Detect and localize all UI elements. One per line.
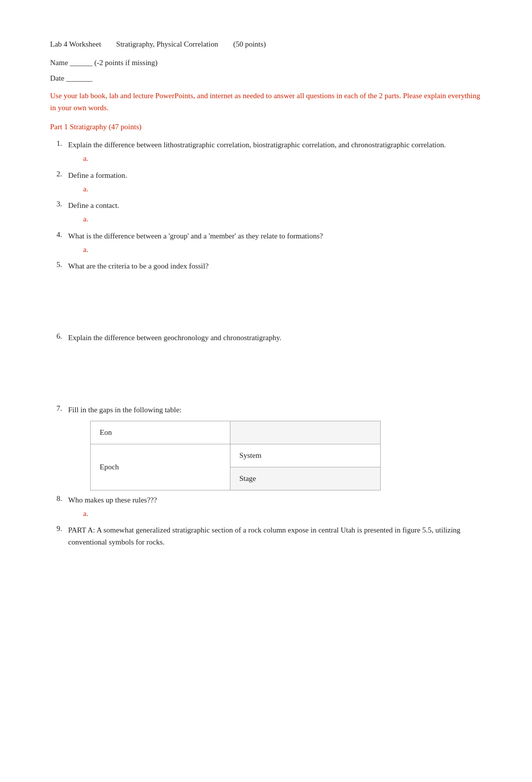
q7-text: Fill in the gaps in the following table: xyxy=(68,404,482,416)
q1-number: 1. xyxy=(50,139,64,148)
q3-answer: a. xyxy=(68,213,482,225)
q2-answer: a. xyxy=(68,183,482,195)
lab-subtitle: Stratigraphy, Physical Correlation xyxy=(116,40,218,49)
table-cell-system: System xyxy=(230,444,380,467)
q5-text: What are the criteria to be a good index… xyxy=(68,260,482,272)
question-7: 7. Fill in the gaps in the following tab… xyxy=(50,404,482,490)
table-cell-eon: Eon xyxy=(91,421,230,444)
fill-table-container: Eon Epoch System Stage xyxy=(90,421,381,490)
part1-heading: Part 1 Stratigraphy (47 points) xyxy=(50,123,482,131)
fill-table: Eon Epoch System Stage xyxy=(90,421,381,490)
questions-list: 1. Explain the difference between lithos… xyxy=(50,139,482,548)
table-cell-eon-right xyxy=(230,421,380,444)
table-row-2: Epoch System xyxy=(91,444,381,467)
question-9: 9. PART A: A somewhat generalized strati… xyxy=(50,525,482,548)
page-container: Lab 4 Worksheet Stratigraphy, Physical C… xyxy=(50,40,482,548)
q3-number: 3. xyxy=(50,200,64,208)
question-4: 4. What is the difference between a 'gro… xyxy=(50,230,482,256)
q7-number: 7. xyxy=(50,404,64,413)
question-8: 8. Who makes up these rules??? a. xyxy=(50,494,482,520)
q1-answer: a. xyxy=(68,153,482,164)
name-line: Name ______ (-2 points if missing) xyxy=(50,59,482,67)
q3-text: Define a contact. a. xyxy=(68,200,482,225)
q9-number: 9. xyxy=(50,525,64,533)
instructions-text: Use your lab book, lab and lecture Power… xyxy=(50,90,482,114)
lab-points: (50 points) xyxy=(233,40,265,49)
table-cell-stage: Stage xyxy=(230,467,380,490)
question-6: 6. Explain the difference between geochr… xyxy=(50,332,482,344)
q5-number: 5. xyxy=(50,260,64,269)
date-line: Date _______ xyxy=(50,74,482,83)
header-line: Lab 4 Worksheet Stratigraphy, Physical C… xyxy=(50,40,482,49)
q6-text: Explain the difference between geochrono… xyxy=(68,332,482,344)
q1-text: Explain the difference between lithostra… xyxy=(68,139,482,165)
q2-number: 2. xyxy=(50,170,64,178)
q9-text: PART A: A somewhat generalized stratigra… xyxy=(68,525,482,548)
q2-text: Define a formation. a. xyxy=(68,170,482,195)
table-row-1: Eon xyxy=(91,421,381,444)
question-1: 1. Explain the difference between lithos… xyxy=(50,139,482,165)
q8-answer: a. xyxy=(68,508,482,519)
table-cell-epoch: Epoch xyxy=(91,444,230,490)
q6-number: 6. xyxy=(50,332,64,341)
q8-number: 8. xyxy=(50,494,64,503)
q4-text: What is the difference between a 'group'… xyxy=(68,230,482,256)
lab-title: Lab 4 Worksheet xyxy=(50,40,101,49)
q4-answer: a. xyxy=(68,244,482,255)
q8-text: Who makes up these rules??? a. xyxy=(68,494,482,520)
question-5: 5. What are the criteria to be a good in… xyxy=(50,260,482,272)
question-3: 3. Define a contact. a. xyxy=(50,200,482,225)
q4-number: 4. xyxy=(50,230,64,239)
question-2: 2. Define a formation. a. xyxy=(50,170,482,195)
